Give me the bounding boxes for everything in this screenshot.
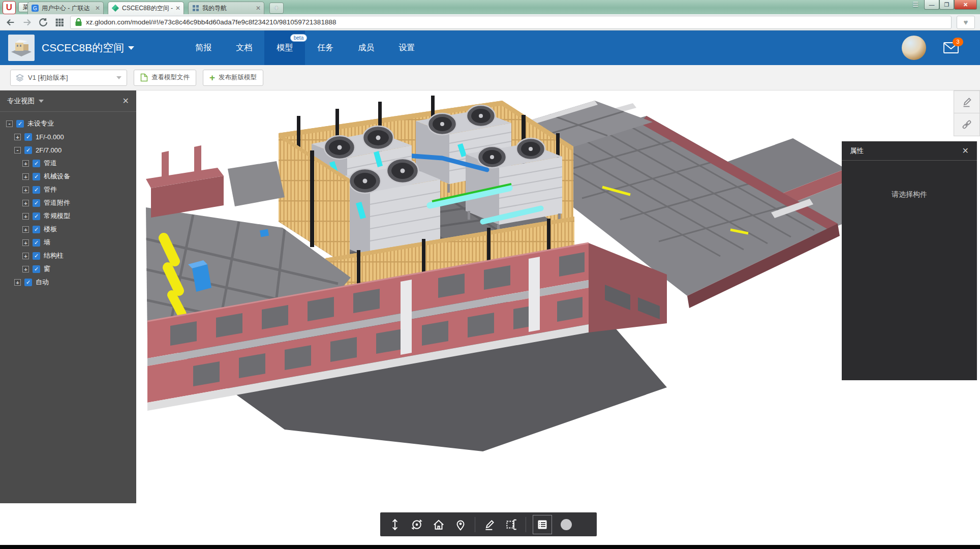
minimize-button[interactable]: — [924,0,939,10]
close-icon[interactable]: ✕ [962,146,969,156]
tree-row[interactable]: +结构柱 [0,249,136,262]
checkbox-checked-icon[interactable] [33,173,40,180]
tab-favicon-icon [111,4,119,12]
properties-panel: 属性 ✕ 请选择构件 [842,141,977,380]
expander-icon[interactable]: + [22,253,29,259]
browser-tab-navigation[interactable]: 我的导航 ✕ [188,2,264,14]
tree-row[interactable]: +楼板 [0,223,136,236]
tab-close-icon[interactable]: ✕ [256,5,261,12]
checkbox-checked-icon[interactable] [33,212,40,220]
expander-icon[interactable]: + [22,187,29,193]
window-menu-icon[interactable]: ☰ [907,0,924,10]
expander-icon[interactable]: - [14,147,21,154]
url-text: xz.glodon.com/model/#!/e73c8c46c9bb4d60a… [86,18,336,26]
workspace-title[interactable]: CSCEC8B的空间 [42,41,134,55]
fan-icon [324,136,355,159]
link-button[interactable] [954,113,980,136]
browser-logo-icon[interactable]: U [3,1,16,14]
expander-icon[interactable]: + [22,173,29,180]
checkbox-checked-icon[interactable] [33,265,40,273]
expander-icon[interactable]: + [14,134,21,140]
nav-item-tasks[interactable]: 任务 [305,30,346,65]
nav-item-settings[interactable]: 设置 [386,30,427,65]
tab-favicon-icon [192,4,200,12]
tree-row[interactable]: +机械设备 [0,170,136,183]
workspace-logo-thumbnail[interactable] [8,35,35,61]
checkbox-checked-icon[interactable] [24,146,32,154]
home-view-button[interactable] [431,517,446,532]
expander-icon[interactable]: + [22,266,29,272]
tree-row[interactable]: +管道附件 [0,196,136,209]
version-selector[interactable]: V1 [初始版本] [10,70,127,86]
tab-close-icon[interactable]: ✕ [95,5,100,12]
markup-pencil-button[interactable] [954,90,980,113]
browser-tab-user-center[interactable]: G 用户中心 - 广联达 ✕ [27,2,104,14]
tree-row[interactable]: +墙 [0,236,136,249]
tree-row[interactable]: +自动 [0,276,136,289]
plus-icon: + [209,73,215,82]
component-list-button[interactable] [533,515,552,534]
browser-tab-workspace[interactable]: CSCEC8B的空间 - 协筑 ✕ [108,2,184,14]
expander-icon[interactable]: + [22,200,29,206]
checkbox-checked-icon[interactable] [33,226,40,233]
tree-row[interactable]: +1F/-0.000 [0,130,136,143]
chevron-down-icon[interactable] [39,100,44,103]
checkbox-checked-icon[interactable] [16,120,24,128]
record-circle-button[interactable] [559,517,574,532]
expander-icon[interactable]: + [14,279,21,286]
favorite-heart-icon[interactable]: ♥ [957,16,975,29]
tree-row[interactable]: +常规模型 [0,209,136,223]
expander-icon[interactable]: + [22,239,29,246]
checkbox-checked-icon[interactable] [33,199,40,207]
maximize-button[interactable]: ❐ [939,0,954,10]
expander-icon[interactable]: + [22,160,29,167]
expander-icon[interactable]: + [22,213,29,220]
fan-icon [428,113,456,135]
nav-item-documents[interactable]: 文档 [224,30,264,65]
mail-badge: 3 [953,38,963,46]
tab-close-icon[interactable]: ✕ [175,5,180,12]
mail-icon[interactable]: 3 [943,42,959,53]
nav-item-briefing[interactable]: 简报 [183,30,224,65]
forward-icon[interactable] [21,17,33,28]
move-vertical-button[interactable] [387,517,403,532]
fan-icon [387,159,418,183]
publish-new-version-button[interactable]: + 发布新版模型 [203,70,263,86]
close-icon[interactable]: ✕ [122,96,129,106]
tree-row[interactable]: -未设专业 [0,117,136,130]
window-bottom-edge [0,545,980,549]
tree-row[interactable]: -2F/7.000 [0,143,136,157]
avatar[interactable] [902,36,926,60]
checkbox-checked-icon[interactable] [33,160,40,167]
model-version-toolbar: V1 [初始版本] 查看模型文件 + 发布新版模型 [0,65,980,90]
beta-badge: beta [290,34,307,42]
markup-button[interactable] [482,517,497,532]
back-icon[interactable] [5,17,16,28]
section-box-button[interactable] [504,517,519,532]
checkbox-checked-icon[interactable] [24,133,32,141]
tree-row[interactable]: +管道 [0,157,136,170]
expander-icon[interactable]: - [6,120,13,127]
address-bar[interactable]: xz.glodon.com/model/#!/e73c8c46c9bb4d60a… [70,16,952,29]
nav-item-model[interactable]: 模型beta [264,30,305,65]
svg-text:G: G [33,6,37,11]
nav-item-members[interactable]: 成员 [346,30,386,65]
tree-row[interactable]: +管件 [0,183,136,196]
new-tab-button[interactable]: + [269,3,284,14]
close-button[interactable]: ✕ [954,0,977,10]
panel-header: 专业视图 ✕ [0,90,136,112]
browser-url-row: xz.glodon.com/model/#!/e73c8c46c9bb4d60a… [0,14,980,30]
move-vertical-icon [388,518,402,531]
refresh-icon[interactable] [38,17,49,28]
fan-icon [363,126,393,149]
view-model-file-button[interactable]: 查看模型文件 [134,70,196,86]
checkbox-checked-icon[interactable] [33,252,40,260]
checkbox-checked-icon[interactable] [33,186,40,194]
tree-row[interactable]: +窗 [0,262,136,276]
checkbox-checked-icon[interactable] [24,279,32,286]
walkthrough-pin-button[interactable] [453,517,468,532]
orbit-button[interactable] [409,517,424,532]
expander-icon[interactable]: + [22,226,29,233]
checkbox-checked-icon[interactable] [33,239,40,247]
speed-dial-grid-icon[interactable] [54,17,65,28]
